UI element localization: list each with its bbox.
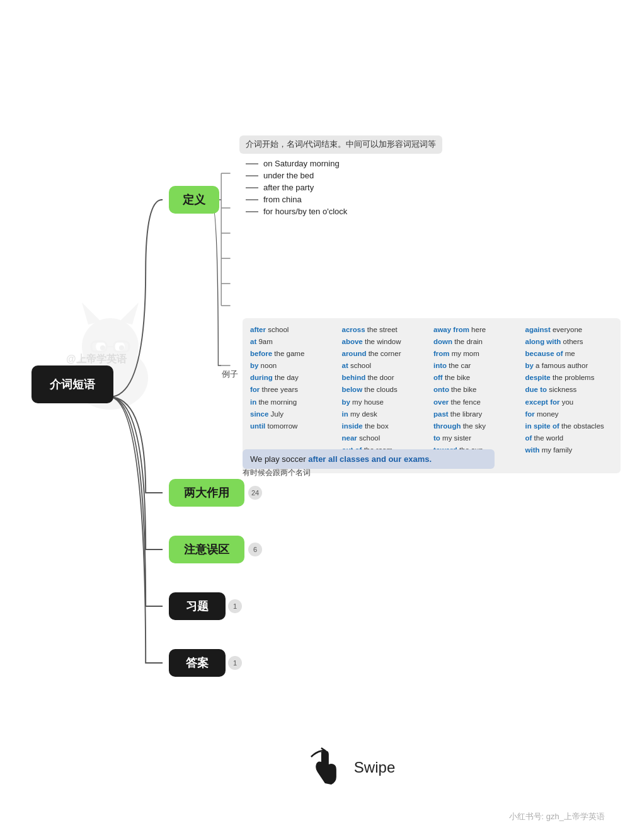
center-node: 介词短语 [32,365,113,403]
xiaohongshu-text: 小红书号: gzh_上帝学英语 [509,811,605,822]
node-zhuyi[interactable]: 注意误区 [169,536,244,563]
def-example-2: under the bed [246,171,624,180]
sentence-box: We play soccer after all classes and our… [243,449,495,469]
node-xiti[interactable]: 习题 [169,592,226,620]
prep-below: below the clouds [342,384,430,394]
def-example-1: on Saturday morning [246,159,624,168]
sentence-note: 有时候会跟两个名词 [243,468,311,478]
swipe-text: Swipe [354,759,395,776]
prep-col-3: away from here down the drain from my mo… [433,325,522,467]
prep-for: for three years [250,384,338,394]
prep-by: by noon [250,360,338,371]
def-example-3: after the party [246,183,624,192]
badge-daan: 1 [228,656,242,670]
definition-panel: 介词开始，名词/代词结束。中间可以加形容词冠词等 on Saturday mor… [239,135,624,219]
def-example-4: from china [246,195,624,204]
badge-zhuyi: 6 [248,543,262,556]
prep-col-1: after school at 9am before the game by n… [250,325,338,467]
def-example-5: for hours/by ten o'clock [246,207,624,216]
prep-after: after school [250,325,338,335]
svg-marker-10 [82,302,101,325]
swipe-section: Swipe [306,745,395,790]
definition-examples: on Saturday morning under the bed after … [246,159,624,216]
node-liangda[interactable]: 两大作用 [169,479,244,507]
prep-at: at 9am [250,337,338,347]
node-daan[interactable]: 答案 [169,649,226,677]
badge-xiti: 1 [228,599,242,613]
prep-until: until tomorrow [250,421,338,431]
node-definition[interactable]: 定义 [169,186,219,214]
prep-in: in the morning [250,397,338,407]
lizi-label: 例子 [222,369,238,380]
prep-since: since July [250,409,338,419]
prep-before: before the game [250,348,338,359]
watermark-text: @上帝学英语 [66,353,127,366]
svg-marker-11 [120,302,139,325]
prep-col-4: against everyone along with others becau… [525,325,614,467]
sentence-highlight: after all classes and our exams. [308,454,432,464]
svg-point-14 [100,345,105,350]
swipe-icon [306,745,344,790]
definition-header: 介词开始，名词/代词结束。中间可以加形容词冠词等 [239,135,442,154]
sentence-prefix: We play soccer [250,454,308,464]
badge-liangda: 24 [248,486,262,500]
prep-during: during the day [250,372,338,383]
prep-col-2: across the street above the window aroun… [342,325,430,467]
svg-point-15 [119,345,124,350]
